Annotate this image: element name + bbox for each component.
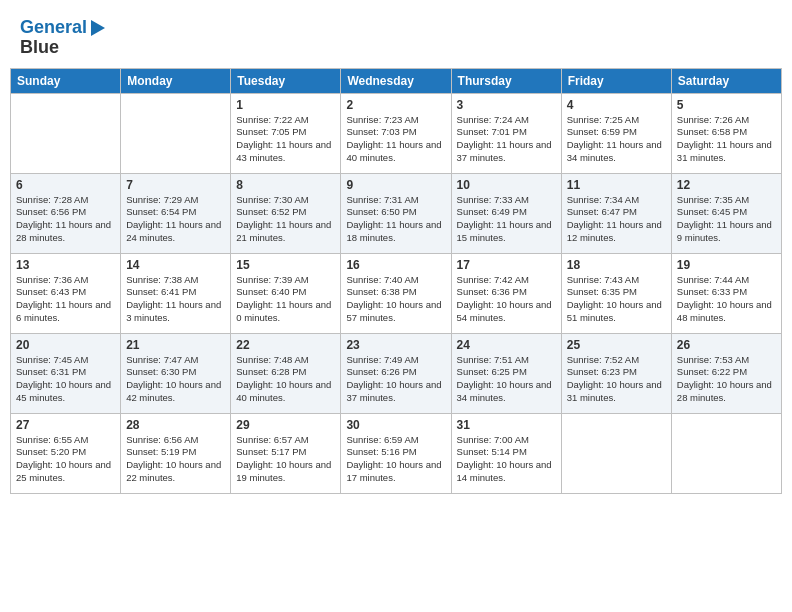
calendar-cell: 9Sunrise: 7:31 AM Sunset: 6:50 PM Daylig… — [341, 173, 451, 253]
logo: General Blue — [20, 18, 105, 58]
day-number: 1 — [236, 98, 335, 112]
calendar-table: SundayMondayTuesdayWednesdayThursdayFrid… — [10, 68, 782, 494]
day-info: Sunrise: 7:47 AM Sunset: 6:30 PM Dayligh… — [126, 354, 225, 405]
calendar-cell: 25Sunrise: 7:52 AM Sunset: 6:23 PM Dayli… — [561, 333, 671, 413]
day-number: 11 — [567, 178, 666, 192]
calendar-cell: 8Sunrise: 7:30 AM Sunset: 6:52 PM Daylig… — [231, 173, 341, 253]
calendar-week-3: 13Sunrise: 7:36 AM Sunset: 6:43 PM Dayli… — [11, 253, 782, 333]
calendar-cell — [11, 93, 121, 173]
day-info: Sunrise: 7:49 AM Sunset: 6:26 PM Dayligh… — [346, 354, 445, 405]
day-info: Sunrise: 7:35 AM Sunset: 6:45 PM Dayligh… — [677, 194, 776, 245]
day-info: Sunrise: 6:57 AM Sunset: 5:17 PM Dayligh… — [236, 434, 335, 485]
day-number: 25 — [567, 338, 666, 352]
day-number: 4 — [567, 98, 666, 112]
calendar-cell: 12Sunrise: 7:35 AM Sunset: 6:45 PM Dayli… — [671, 173, 781, 253]
calendar-cell: 21Sunrise: 7:47 AM Sunset: 6:30 PM Dayli… — [121, 333, 231, 413]
calendar-cell: 16Sunrise: 7:40 AM Sunset: 6:38 PM Dayli… — [341, 253, 451, 333]
day-info: Sunrise: 7:24 AM Sunset: 7:01 PM Dayligh… — [457, 114, 556, 165]
day-header-saturday: Saturday — [671, 68, 781, 93]
day-info: Sunrise: 7:36 AM Sunset: 6:43 PM Dayligh… — [16, 274, 115, 325]
calendar-cell: 13Sunrise: 7:36 AM Sunset: 6:43 PM Dayli… — [11, 253, 121, 333]
calendar-cell: 5Sunrise: 7:26 AM Sunset: 6:58 PM Daylig… — [671, 93, 781, 173]
day-number: 23 — [346, 338, 445, 352]
day-info: Sunrise: 7:30 AM Sunset: 6:52 PM Dayligh… — [236, 194, 335, 245]
day-number: 18 — [567, 258, 666, 272]
day-number: 15 — [236, 258, 335, 272]
day-info: Sunrise: 7:40 AM Sunset: 6:38 PM Dayligh… — [346, 274, 445, 325]
calendar-cell: 4Sunrise: 7:25 AM Sunset: 6:59 PM Daylig… — [561, 93, 671, 173]
day-info: Sunrise: 7:48 AM Sunset: 6:28 PM Dayligh… — [236, 354, 335, 405]
day-info: Sunrise: 7:42 AM Sunset: 6:36 PM Dayligh… — [457, 274, 556, 325]
day-info: Sunrise: 7:44 AM Sunset: 6:33 PM Dayligh… — [677, 274, 776, 325]
day-info: Sunrise: 6:59 AM Sunset: 5:16 PM Dayligh… — [346, 434, 445, 485]
day-number: 27 — [16, 418, 115, 432]
day-number: 10 — [457, 178, 556, 192]
day-info: Sunrise: 7:53 AM Sunset: 6:22 PM Dayligh… — [677, 354, 776, 405]
day-header-monday: Monday — [121, 68, 231, 93]
day-number: 16 — [346, 258, 445, 272]
calendar-week-5: 27Sunrise: 6:55 AM Sunset: 5:20 PM Dayli… — [11, 413, 782, 493]
day-number: 2 — [346, 98, 445, 112]
day-info: Sunrise: 7:31 AM Sunset: 6:50 PM Dayligh… — [346, 194, 445, 245]
calendar-cell: 17Sunrise: 7:42 AM Sunset: 6:36 PM Dayli… — [451, 253, 561, 333]
calendar-cell: 10Sunrise: 7:33 AM Sunset: 6:49 PM Dayli… — [451, 173, 561, 253]
day-info: Sunrise: 6:55 AM Sunset: 5:20 PM Dayligh… — [16, 434, 115, 485]
day-number: 30 — [346, 418, 445, 432]
day-info: Sunrise: 7:39 AM Sunset: 6:40 PM Dayligh… — [236, 274, 335, 325]
day-number: 3 — [457, 98, 556, 112]
day-number: 26 — [677, 338, 776, 352]
logo-blue: Blue — [20, 38, 59, 58]
day-info: Sunrise: 6:56 AM Sunset: 5:19 PM Dayligh… — [126, 434, 225, 485]
calendar-cell: 31Sunrise: 7:00 AM Sunset: 5:14 PM Dayli… — [451, 413, 561, 493]
day-info: Sunrise: 7:52 AM Sunset: 6:23 PM Dayligh… — [567, 354, 666, 405]
day-info: Sunrise: 7:38 AM Sunset: 6:41 PM Dayligh… — [126, 274, 225, 325]
day-header-wednesday: Wednesday — [341, 68, 451, 93]
day-header-thursday: Thursday — [451, 68, 561, 93]
calendar-cell: 29Sunrise: 6:57 AM Sunset: 5:17 PM Dayli… — [231, 413, 341, 493]
day-number: 7 — [126, 178, 225, 192]
day-info: Sunrise: 7:25 AM Sunset: 6:59 PM Dayligh… — [567, 114, 666, 165]
day-info: Sunrise: 7:28 AM Sunset: 6:56 PM Dayligh… — [16, 194, 115, 245]
day-number: 19 — [677, 258, 776, 272]
calendar-cell: 18Sunrise: 7:43 AM Sunset: 6:35 PM Dayli… — [561, 253, 671, 333]
day-number: 20 — [16, 338, 115, 352]
calendar-week-2: 6Sunrise: 7:28 AM Sunset: 6:56 PM Daylig… — [11, 173, 782, 253]
day-number: 9 — [346, 178, 445, 192]
day-header-tuesday: Tuesday — [231, 68, 341, 93]
calendar-cell: 30Sunrise: 6:59 AM Sunset: 5:16 PM Dayli… — [341, 413, 451, 493]
day-number: 22 — [236, 338, 335, 352]
calendar-cell: 2Sunrise: 7:23 AM Sunset: 7:03 PM Daylig… — [341, 93, 451, 173]
calendar-cell: 1Sunrise: 7:22 AM Sunset: 7:05 PM Daylig… — [231, 93, 341, 173]
day-info: Sunrise: 7:23 AM Sunset: 7:03 PM Dayligh… — [346, 114, 445, 165]
day-info: Sunrise: 7:29 AM Sunset: 6:54 PM Dayligh… — [126, 194, 225, 245]
calendar-header-row: SundayMondayTuesdayWednesdayThursdayFrid… — [11, 68, 782, 93]
day-info: Sunrise: 7:00 AM Sunset: 5:14 PM Dayligh… — [457, 434, 556, 485]
day-info: Sunrise: 7:51 AM Sunset: 6:25 PM Dayligh… — [457, 354, 556, 405]
calendar-cell: 11Sunrise: 7:34 AM Sunset: 6:47 PM Dayli… — [561, 173, 671, 253]
logo-text: General — [20, 18, 87, 38]
day-number: 14 — [126, 258, 225, 272]
day-info: Sunrise: 7:45 AM Sunset: 6:31 PM Dayligh… — [16, 354, 115, 405]
calendar-cell: 14Sunrise: 7:38 AM Sunset: 6:41 PM Dayli… — [121, 253, 231, 333]
calendar-cell: 23Sunrise: 7:49 AM Sunset: 6:26 PM Dayli… — [341, 333, 451, 413]
calendar-cell: 15Sunrise: 7:39 AM Sunset: 6:40 PM Dayli… — [231, 253, 341, 333]
day-number: 21 — [126, 338, 225, 352]
day-number: 8 — [236, 178, 335, 192]
calendar-cell: 28Sunrise: 6:56 AM Sunset: 5:19 PM Dayli… — [121, 413, 231, 493]
day-header-friday: Friday — [561, 68, 671, 93]
day-number: 12 — [677, 178, 776, 192]
day-number: 13 — [16, 258, 115, 272]
calendar-cell: 19Sunrise: 7:44 AM Sunset: 6:33 PM Dayli… — [671, 253, 781, 333]
day-info: Sunrise: 7:26 AM Sunset: 6:58 PM Dayligh… — [677, 114, 776, 165]
calendar-cell: 20Sunrise: 7:45 AM Sunset: 6:31 PM Dayli… — [11, 333, 121, 413]
calendar-cell: 26Sunrise: 7:53 AM Sunset: 6:22 PM Dayli… — [671, 333, 781, 413]
day-info: Sunrise: 7:33 AM Sunset: 6:49 PM Dayligh… — [457, 194, 556, 245]
day-info: Sunrise: 7:34 AM Sunset: 6:47 PM Dayligh… — [567, 194, 666, 245]
page-header: General Blue — [10, 10, 782, 64]
calendar-cell: 27Sunrise: 6:55 AM Sunset: 5:20 PM Dayli… — [11, 413, 121, 493]
day-info: Sunrise: 7:43 AM Sunset: 6:35 PM Dayligh… — [567, 274, 666, 325]
logo-arrow-icon — [91, 20, 105, 36]
calendar-cell — [561, 413, 671, 493]
day-number: 24 — [457, 338, 556, 352]
calendar-cell — [121, 93, 231, 173]
